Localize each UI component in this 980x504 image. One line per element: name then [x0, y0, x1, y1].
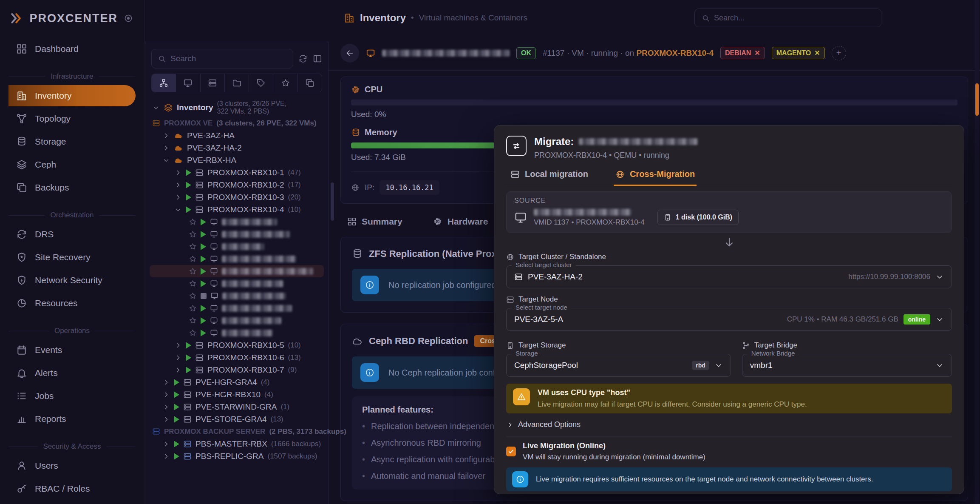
- tree-vm-row[interactable]: [150, 290, 324, 302]
- back-button[interactable]: [340, 44, 359, 63]
- tab-local-migration[interactable]: Local migration: [509, 165, 590, 186]
- star-icon[interactable]: [189, 292, 197, 300]
- remove-tag-icon[interactable]: ✕: [754, 49, 760, 57]
- tree-node-rbx10-7[interactable]: PROXMOX-RBX10-7(9): [150, 364, 324, 376]
- chevron-right-icon[interactable]: [162, 403, 170, 411]
- star-icon[interactable]: [189, 255, 197, 263]
- star-icon[interactable]: [189, 230, 197, 238]
- tree-node-pve-store-gra4[interactable]: PVE-STORE-GRA4(13): [150, 413, 324, 425]
- tree-search-input[interactable]: [170, 54, 287, 63]
- ip-value[interactable]: 10.16.16.21: [380, 180, 439, 195]
- sidebar-item-resources[interactable]: Resources: [8, 293, 136, 314]
- sidebar-item-ceph[interactable]: Ceph: [8, 154, 136, 175]
- tree-node-pbs-master-rbx[interactable]: PBS-MASTER-RBX(1666 backups): [150, 438, 324, 450]
- chevron-right-icon[interactable]: [174, 354, 182, 362]
- tab-hardware[interactable]: Hardware: [433, 216, 488, 227]
- sidebar-item-jobs[interactable]: Jobs: [8, 385, 136, 407]
- sidebar-item-backups[interactable]: Backups: [8, 177, 136, 198]
- chevron-right-icon[interactable]: [174, 194, 182, 201]
- view-vm-button[interactable]: [176, 74, 200, 92]
- chevron-right-icon[interactable]: [162, 391, 170, 399]
- global-search[interactable]: [694, 9, 881, 27]
- add-tag-button[interactable]: +: [832, 46, 846, 60]
- tree-vm-row[interactable]: [150, 327, 324, 339]
- sidebar-item-reports[interactable]: Reports: [8, 408, 136, 430]
- chevron-right-icon[interactable]: [162, 132, 170, 140]
- tree-cluster-pve-rbx-ha[interactable]: PVE-RBX-HA: [150, 154, 324, 166]
- tree-search[interactable]: [151, 49, 293, 68]
- record-icon[interactable]: [124, 14, 133, 23]
- chevron-right-icon[interactable]: [174, 342, 182, 349]
- sidebar-item-network-security[interactable]: Network Security: [8, 270, 136, 291]
- panel-toggle-icon[interactable]: [313, 54, 322, 63]
- tree-vm-row[interactable]: [150, 240, 324, 253]
- remove-tag-icon[interactable]: ✕: [814, 49, 820, 57]
- target-bridge-select[interactable]: Network Bridge vmbr1: [742, 354, 952, 377]
- sidebar-item-events[interactable]: Events: [8, 339, 136, 361]
- tree-group-proxmox-ve[interactable]: PROXMOX VE(3 clusters, 26 PVE, 322 VMs): [150, 117, 324, 129]
- chevron-right-icon[interactable]: [162, 144, 170, 152]
- sidebar-item-drs[interactable]: DRS: [8, 224, 136, 245]
- chevron-down-icon[interactable]: [162, 157, 170, 164]
- page-scrollbar[interactable]: [975, 0, 979, 504]
- view-star-button[interactable]: [273, 74, 297, 92]
- view-copy-button[interactable]: [298, 74, 322, 92]
- view-tag-button[interactable]: [249, 74, 273, 92]
- star-icon[interactable]: [189, 218, 197, 226]
- vm-node-name[interactable]: PROXMOX-RBX10-4: [636, 48, 714, 57]
- chevron-down-icon[interactable]: [152, 104, 160, 111]
- star-icon[interactable]: [189, 242, 197, 251]
- tree-root-inventory[interactable]: Inventory (3 clusters, 26/26 PVE, 322 VM…: [150, 98, 324, 117]
- tree-vm-row-selected[interactable]: [150, 265, 324, 277]
- tree-vm-row[interactable]: [150, 277, 324, 290]
- target-node-select[interactable]: Select target node PVE-3AZ-5-A CPU 1% • …: [506, 308, 952, 331]
- tab-cross-migration[interactable]: Cross-Migration: [614, 165, 697, 186]
- tree-node-pve-hgr-gra4[interactable]: PVE-HGR-GRA4(4): [150, 376, 324, 388]
- sidebar-item-dashboard[interactable]: Dashboard: [8, 38, 136, 60]
- tree-node-rbx10-3[interactable]: PROXMOX-RBX10-3(20): [150, 191, 324, 203]
- chevron-down-icon[interactable]: [174, 206, 182, 214]
- tree-vm-row[interactable]: [150, 228, 324, 240]
- star-icon[interactable]: [189, 267, 197, 275]
- live-migration-checkbox[interactable]: [506, 447, 516, 456]
- tree-node-rbx10-6[interactable]: PROXMOX-RBX10-6(13): [150, 351, 324, 364]
- refresh-icon[interactable]: [298, 54, 308, 63]
- chevron-right-icon[interactable]: [162, 379, 170, 386]
- tree-node-rbx10-4[interactable]: PROXMOX-RBX10-4(10): [150, 203, 324, 216]
- tree-vm-row[interactable]: [150, 302, 324, 314]
- advanced-options-toggle[interactable]: Advanced Options: [506, 420, 952, 429]
- tree-node-rbx10-2[interactable]: PROXMOX-RBX10-2(17): [150, 179, 324, 191]
- tree-node-rbx10-5[interactable]: PROXMOX-RBX10-5(10): [150, 339, 324, 351]
- star-icon[interactable]: [189, 279, 197, 288]
- view-folder-button[interactable]: [225, 74, 249, 92]
- sidebar-item-alerts[interactable]: Alerts: [8, 362, 136, 384]
- tree-vm-row[interactable]: [150, 216, 324, 228]
- sidebar-item-users[interactable]: Users: [8, 455, 136, 476]
- star-icon[interactable]: [189, 329, 197, 337]
- tree-group-pbs[interactable]: PROXMOX BACKUP SERVER(2 PBS, 3173 backup…: [150, 425, 324, 438]
- tree-cluster-pve-3az-ha-2[interactable]: PVE-3AZ-HA-2: [150, 142, 324, 154]
- tree-node-rbx10-1[interactable]: PROXMOX-RBX10-1(47): [150, 166, 324, 179]
- view-tree-button[interactable]: [152, 74, 176, 92]
- star-icon[interactable]: [189, 304, 197, 312]
- star-icon[interactable]: [189, 316, 197, 325]
- sidebar-item-topology[interactable]: Topology: [8, 108, 136, 129]
- chevron-right-icon[interactable]: [174, 366, 182, 374]
- tree-cluster-pve-3az-ha[interactable]: PVE-3AZ-HA: [150, 129, 324, 142]
- chevron-right-icon[interactable]: [162, 416, 170, 423]
- global-search-input[interactable]: [714, 14, 874, 23]
- chevron-right-icon[interactable]: [162, 453, 170, 460]
- tree-node-pve-starwind-gra[interactable]: PVE-STARWIND-GRA(1): [150, 401, 324, 413]
- page-scrollbar-thumb[interactable]: [975, 83, 979, 116]
- target-storage-select[interactable]: Storage CephStoragePool rbd: [506, 354, 731, 377]
- target-cluster-select[interactable]: Select target cluster PVE-3AZ-HA-2 https…: [506, 265, 952, 288]
- tree-vm-row[interactable]: [150, 314, 324, 327]
- chevron-right-icon[interactable]: [174, 169, 182, 177]
- tree-node-pve-hgr-rbx10[interactable]: PVE-HGR-RBX10(4): [150, 388, 324, 401]
- sidebar-item-site-recovery[interactable]: Site Recovery: [8, 247, 136, 268]
- sidebar-item-inventory[interactable]: Inventory: [8, 85, 136, 106]
- view-node-button[interactable]: [201, 74, 225, 92]
- sidebar-item-storage[interactable]: Storage: [8, 131, 136, 152]
- chevron-right-icon[interactable]: [162, 440, 170, 448]
- sidebar-item-rbac-roles[interactable]: RBAC / Roles: [8, 478, 136, 499]
